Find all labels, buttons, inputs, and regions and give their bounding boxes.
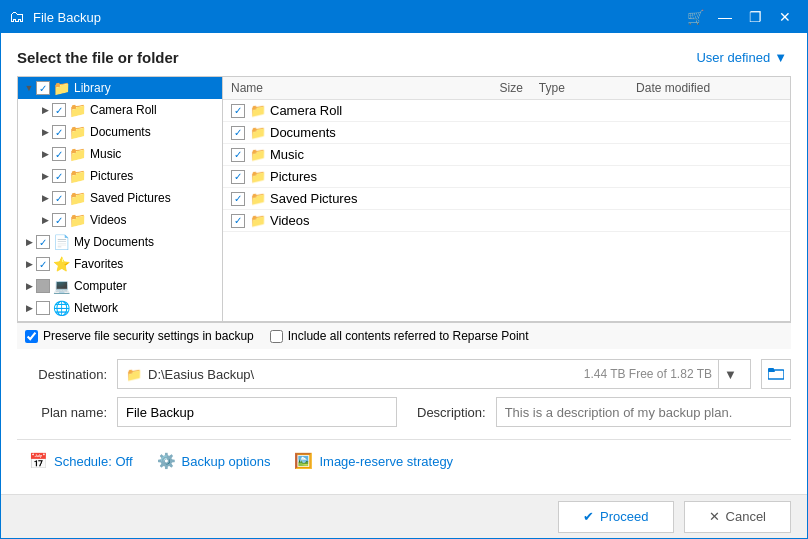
detail-folder-icon-pictures: 📁 bbox=[250, 169, 266, 184]
expand-icon-saved-pictures[interactable]: ▶ bbox=[38, 191, 52, 205]
user-defined-dropdown[interactable]: User defined ▼ bbox=[696, 50, 791, 65]
close-button[interactable]: ✕ bbox=[771, 3, 799, 31]
tree-item-network[interactable]: ▶ 🌐 Network bbox=[18, 297, 222, 319]
proceed-label: Proceed bbox=[600, 509, 648, 524]
tree-item-my-documents[interactable]: ▶ ✓ 📄 My Documents bbox=[18, 231, 222, 253]
detail-checkbox-pictures[interactable]: ✓ bbox=[231, 170, 245, 184]
label-camera-roll: Camera Roll bbox=[90, 103, 157, 117]
label-library: Library bbox=[74, 81, 111, 95]
header-row: Select the file or folder User defined ▼ bbox=[17, 49, 791, 66]
schedule-button[interactable]: 📅 Schedule: Off bbox=[17, 448, 145, 474]
col-name: Name bbox=[231, 81, 426, 95]
detail-checkbox-music[interactable]: ✓ bbox=[231, 148, 245, 162]
tree-item-documents[interactable]: ▶ ✓ 📁 Documents bbox=[34, 121, 222, 143]
plan-name-label: Plan name: bbox=[17, 405, 107, 420]
plan-name-input[interactable] bbox=[117, 397, 397, 427]
checkbox-music[interactable]: ✓ bbox=[52, 147, 66, 161]
tree-item-pictures[interactable]: ▶ ✓ 📁 Pictures bbox=[34, 165, 222, 187]
checkbox-library[interactable]: ✓ bbox=[36, 81, 50, 95]
select-title: Select the file or folder bbox=[17, 49, 179, 66]
destination-free: 1.44 TB Free of 1.82 TB bbox=[584, 367, 712, 381]
image-reserve-button[interactable]: 🖼️ Image-reserve strategy bbox=[282, 448, 465, 474]
expand-icon-videos[interactable]: ▶ bbox=[38, 213, 52, 227]
detail-folder-icon-videos: 📁 bbox=[250, 213, 266, 228]
folder-icon-videos: 📁 bbox=[69, 212, 86, 228]
expand-icon-network[interactable]: ▶ bbox=[22, 301, 36, 315]
tree-item-computer[interactable]: ▶ 💻 Computer bbox=[18, 275, 222, 297]
checkbox-favorites[interactable]: ✓ bbox=[36, 257, 50, 271]
schedule-label: Schedule: Off bbox=[54, 454, 133, 469]
preserve-security-option[interactable]: Preserve file security settings in backu… bbox=[25, 329, 254, 343]
include-reparse-option[interactable]: Include all contents referred to Reparse… bbox=[270, 329, 529, 343]
label-saved-pictures: Saved Pictures bbox=[90, 191, 171, 205]
destination-browse-button[interactable] bbox=[761, 359, 791, 389]
bottom-bar: ✔ Proceed ✕ Cancel bbox=[1, 494, 807, 538]
tree-item-videos[interactable]: ▶ ✓ 📁 Videos bbox=[34, 209, 222, 231]
folder-icon-pictures: 📁 bbox=[69, 168, 86, 184]
tree-item-saved-pictures[interactable]: ▶ ✓ 📁 Saved Pictures bbox=[34, 187, 222, 209]
checkbox-camera-roll[interactable]: ✓ bbox=[52, 103, 66, 117]
checkbox-documents[interactable]: ✓ bbox=[52, 125, 66, 139]
expand-icon-pictures[interactable]: ▶ bbox=[38, 169, 52, 183]
expand-icon-favorites[interactable]: ▶ bbox=[22, 257, 36, 271]
detail-row-videos[interactable]: ✓ 📁 Videos bbox=[223, 210, 790, 232]
detail-label-videos: Videos bbox=[270, 213, 310, 228]
tree-item-camera-roll[interactable]: ▶ ✓ 📁 Camera Roll bbox=[34, 99, 222, 121]
calendar-icon: 📅 bbox=[29, 452, 48, 470]
destination-box[interactable]: 📁 D:\Easius Backup\ 1.44 TB Free of 1.82… bbox=[117, 359, 751, 389]
label-pictures: Pictures bbox=[90, 169, 133, 183]
tree-item-library[interactable]: ▼ ✓ 📁 Library bbox=[18, 77, 222, 99]
expand-icon-computer[interactable]: ▶ bbox=[22, 279, 36, 293]
checkbox-pictures[interactable]: ✓ bbox=[52, 169, 66, 183]
detail-row-documents[interactable]: ✓ 📁 Documents bbox=[223, 122, 790, 144]
preserve-security-label: Preserve file security settings in backu… bbox=[43, 329, 254, 343]
col-date: Date modified bbox=[636, 81, 782, 95]
checkbox-computer[interactable] bbox=[36, 279, 50, 293]
expand-icon-camera-roll[interactable]: ▶ bbox=[38, 103, 52, 117]
expand-icon-my-documents[interactable]: ▶ bbox=[22, 235, 36, 249]
folder-icon-my-documents: 📄 bbox=[53, 234, 70, 250]
detail-row-music[interactable]: ✓ 📁 Music bbox=[223, 144, 790, 166]
checkbox-my-documents[interactable]: ✓ bbox=[36, 235, 50, 249]
label-music: Music bbox=[90, 147, 121, 161]
tree-item-favorites[interactable]: ▶ ✓ ⭐ Favorites bbox=[18, 253, 222, 275]
proceed-button[interactable]: ✔ Proceed bbox=[558, 501, 673, 533]
description-input[interactable] bbox=[496, 397, 791, 427]
detail-checkbox-saved-pictures[interactable]: ✓ bbox=[231, 192, 245, 206]
form-section: Destination: 📁 D:\Easius Backup\ 1.44 TB… bbox=[17, 349, 791, 435]
detail-row-camera-roll[interactable]: ✓ 📁 Camera Roll bbox=[223, 100, 790, 122]
cancel-button[interactable]: ✕ Cancel bbox=[684, 501, 791, 533]
include-reparse-label: Include all contents referred to Reparse… bbox=[288, 329, 529, 343]
restore-button[interactable]: ❐ bbox=[741, 3, 769, 31]
detail-header: Name Size Type Date modified bbox=[223, 77, 790, 100]
checkbox-network[interactable] bbox=[36, 301, 50, 315]
checkbox-saved-pictures[interactable]: ✓ bbox=[52, 191, 66, 205]
action-bar: 📅 Schedule: Off ⚙️ Backup options 🖼️ Ima… bbox=[17, 439, 791, 478]
folder-icon-saved-pictures: 📁 bbox=[69, 190, 86, 206]
detail-label-music: Music bbox=[270, 147, 304, 162]
destination-dropdown-button[interactable]: ▼ bbox=[718, 360, 742, 388]
detail-checkbox-camera-roll[interactable]: ✓ bbox=[231, 104, 245, 118]
detail-row-saved-pictures[interactable]: ✓ 📁 Saved Pictures bbox=[223, 188, 790, 210]
label-my-documents: My Documents bbox=[74, 235, 154, 249]
include-reparse-checkbox[interactable] bbox=[270, 330, 283, 343]
minimize-button[interactable]: — bbox=[711, 3, 739, 31]
preserve-security-checkbox[interactable] bbox=[25, 330, 38, 343]
detail-row-pictures[interactable]: ✓ 📁 Pictures bbox=[223, 166, 790, 188]
backup-options-button[interactable]: ⚙️ Backup options bbox=[145, 448, 283, 474]
folder-icon-camera-roll: 📁 bbox=[69, 102, 86, 118]
expand-icon-documents[interactable]: ▶ bbox=[38, 125, 52, 139]
checkbox-videos[interactable]: ✓ bbox=[52, 213, 66, 227]
detail-folder-icon-documents: 📁 bbox=[250, 125, 266, 140]
chevron-down-icon: ▼ bbox=[774, 50, 787, 65]
detail-folder-icon-saved-pictures: 📁 bbox=[250, 191, 266, 206]
detail-folder-icon-music: 📁 bbox=[250, 147, 266, 162]
expand-icon-library[interactable]: ▼ bbox=[22, 81, 36, 95]
window-title: File Backup bbox=[33, 10, 681, 25]
cart-button[interactable]: 🛒 bbox=[681, 3, 709, 31]
expand-icon-music[interactable]: ▶ bbox=[38, 147, 52, 161]
tree-item-music[interactable]: ▶ ✓ 📁 Music bbox=[34, 143, 222, 165]
detail-checkbox-videos[interactable]: ✓ bbox=[231, 214, 245, 228]
detail-checkbox-documents[interactable]: ✓ bbox=[231, 126, 245, 140]
folder-icon-library: 📁 bbox=[53, 80, 70, 96]
